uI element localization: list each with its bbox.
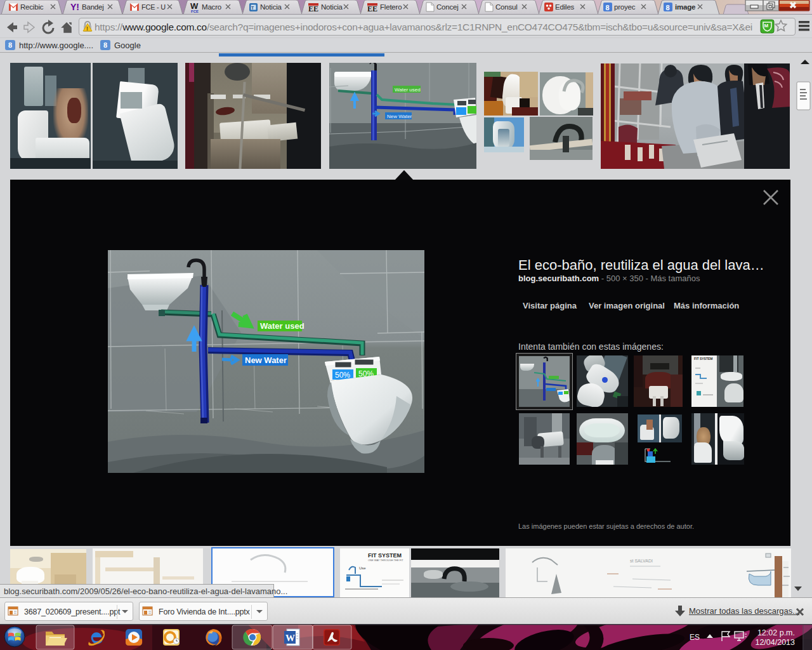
svg-text:12:02 p.m.: 12:02 p.m. — [757, 628, 795, 637]
svg-text:ES: ES — [690, 633, 700, 642]
svg-text:image: image — [675, 3, 695, 11]
svg-text:M: M — [764, 23, 769, 29]
svg-text:New Water: New Water — [245, 355, 287, 365]
svg-text:W: W — [285, 633, 295, 643]
svg-text:8: 8 — [606, 4, 610, 11]
svg-text:Water used: Water used — [260, 321, 304, 331]
svg-text:!: ! — [86, 25, 88, 32]
svg-text:Noticia: Noticia — [321, 3, 343, 11]
svg-text:New Water: New Water — [387, 114, 412, 119]
svg-text:T: T — [251, 6, 254, 10]
svg-text:proyec: proyec — [614, 3, 636, 11]
svg-text:Ediles: Ediles — [555, 3, 575, 11]
svg-text:Concej: Concej — [436, 3, 459, 11]
svg-text:Bandej: Bandej — [82, 3, 104, 11]
svg-text:12/04/2013: 12/04/2013 — [755, 638, 795, 647]
svg-text:FCE: FCE — [191, 10, 199, 13]
svg-text:Recibic: Recibic — [20, 3, 44, 11]
svg-text:Noticia: Noticia — [260, 3, 282, 11]
svg-text:EE: EE — [367, 4, 377, 13]
svg-text:8: 8 — [666, 4, 670, 11]
svg-text:Y!: Y! — [70, 2, 79, 12]
svg-text:FCE - U: FCE - U — [141, 3, 166, 11]
svg-text:Fletero: Fletero — [380, 3, 402, 11]
svg-text:Consul: Consul — [495, 3, 518, 11]
svg-text:Macro: Macro — [202, 3, 221, 11]
svg-text:st SALVADI: st SALVADI — [630, 559, 653, 563]
svg-text:EE: EE — [308, 4, 318, 13]
svg-text:Water used: Water used — [395, 87, 421, 93]
svg-text:50%: 50% — [335, 371, 350, 380]
